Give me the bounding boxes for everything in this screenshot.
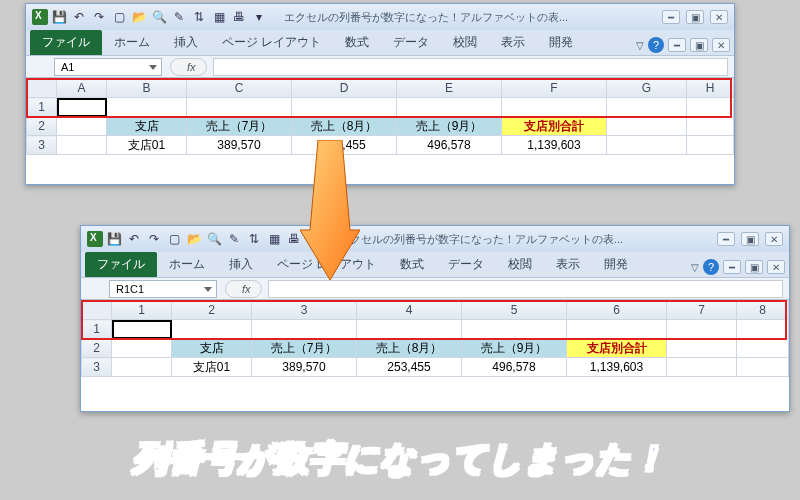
cell[interactable] xyxy=(112,358,172,377)
cell[interactable]: 売上（7月） xyxy=(252,339,357,358)
print-icon[interactable]: 🖶 xyxy=(285,230,303,248)
cell[interactable]: 支店 xyxy=(107,117,187,136)
col-header[interactable]: G xyxy=(607,79,687,98)
fx-label[interactable]: fx xyxy=(225,280,262,298)
workbook-minimize-button[interactable]: ━ xyxy=(723,260,741,274)
minimize-button[interactable]: ━ xyxy=(662,10,680,24)
cell[interactable]: 496,578 xyxy=(462,358,567,377)
cell[interactable] xyxy=(462,320,567,339)
cell[interactable] xyxy=(357,320,462,339)
open-icon[interactable]: 📂 xyxy=(185,230,203,248)
row-header[interactable]: 1 xyxy=(27,98,57,117)
worksheet-grid[interactable]: 1 2 3 4 5 6 7 8 1 2 xyxy=(81,300,789,411)
formula-input[interactable] xyxy=(268,280,783,298)
tab-developer[interactable]: 開発 xyxy=(592,252,640,277)
cell[interactable] xyxy=(107,98,187,117)
cell[interactable] xyxy=(397,98,502,117)
col-header[interactable]: 7 xyxy=(667,301,737,320)
help-icon[interactable]: ? xyxy=(703,259,719,275)
cell[interactable]: 1,139,603 xyxy=(502,136,607,155)
cell[interactable] xyxy=(667,358,737,377)
workbook-restore-button[interactable]: ▣ xyxy=(690,38,708,52)
select-all-corner[interactable] xyxy=(82,301,112,320)
cell[interactable] xyxy=(687,117,734,136)
cell[interactable]: 支店別合計 xyxy=(567,339,667,358)
tab-review[interactable]: 校閲 xyxy=(441,30,489,55)
cell[interactable]: 売上（9月） xyxy=(462,339,567,358)
col-header[interactable]: 3 xyxy=(252,301,357,320)
cell[interactable] xyxy=(172,320,252,339)
col-header[interactable]: 1 xyxy=(112,301,172,320)
cell[interactable]: 支店 xyxy=(172,339,252,358)
cell[interactable] xyxy=(607,98,687,117)
tab-developer[interactable]: 開発 xyxy=(537,30,585,55)
cell[interactable]: 売上（7月） xyxy=(187,117,292,136)
col-header[interactable]: B xyxy=(107,79,187,98)
cell[interactable] xyxy=(567,320,667,339)
cell[interactable]: 売上（8月） xyxy=(357,339,462,358)
tab-insert[interactable]: 挿入 xyxy=(162,30,210,55)
cell[interactable]: 389,570 xyxy=(252,358,357,377)
row-header[interactable]: 1 xyxy=(82,320,112,339)
active-cell[interactable] xyxy=(57,98,107,117)
tab-home[interactable]: ホーム xyxy=(157,252,217,277)
cell[interactable] xyxy=(667,320,737,339)
cell[interactable]: 売上（8月） xyxy=(292,117,397,136)
cell[interactable]: 253,455 xyxy=(357,358,462,377)
tab-insert[interactable]: 挿入 xyxy=(217,252,265,277)
close-button[interactable]: ✕ xyxy=(710,10,728,24)
row-header[interactable]: 2 xyxy=(27,117,57,136)
cell[interactable] xyxy=(667,339,737,358)
col-header[interactable]: H xyxy=(687,79,734,98)
workbook-close-button[interactable]: ✕ xyxy=(767,260,785,274)
close-button[interactable]: ✕ xyxy=(765,232,783,246)
cell[interactable] xyxy=(737,339,789,358)
cell[interactable] xyxy=(737,320,789,339)
active-cell[interactable] xyxy=(112,320,172,339)
tab-formulas[interactable]: 数式 xyxy=(333,30,381,55)
workbook-minimize-button[interactable]: ━ xyxy=(668,38,686,52)
maximize-button[interactable]: ▣ xyxy=(741,232,759,246)
cell[interactable] xyxy=(292,98,397,117)
cell[interactable] xyxy=(687,136,734,155)
cell[interactable] xyxy=(187,98,292,117)
tab-view[interactable]: 表示 xyxy=(489,30,537,55)
col-header[interactable]: 6 xyxy=(567,301,667,320)
formula-input[interactable] xyxy=(213,58,728,76)
cell[interactable]: 1,139,603 xyxy=(567,358,667,377)
maximize-button[interactable]: ▣ xyxy=(686,10,704,24)
brush-icon[interactable]: ✎ xyxy=(225,230,243,248)
cell[interactable] xyxy=(502,98,607,117)
cell[interactable]: 支店01 xyxy=(172,358,252,377)
minimize-button[interactable]: ━ xyxy=(717,232,735,246)
name-box[interactable]: R1C1 xyxy=(109,280,217,298)
col-header[interactable]: 8 xyxy=(737,301,789,320)
workbook-close-button[interactable]: ✕ xyxy=(712,38,730,52)
qat-dropdown-icon[interactable]: ▾ xyxy=(250,8,268,26)
tab-view[interactable]: 表示 xyxy=(544,252,592,277)
name-box[interactable]: A1 xyxy=(54,58,162,76)
new-icon[interactable]: ▢ xyxy=(110,8,128,26)
macro-icon[interactable]: ▦ xyxy=(265,230,283,248)
print-icon[interactable]: 🖶 xyxy=(230,8,248,26)
print-preview-icon[interactable]: 🔍 xyxy=(150,8,168,26)
col-header[interactable]: A xyxy=(57,79,107,98)
cell[interactable] xyxy=(607,117,687,136)
open-icon[interactable]: 📂 xyxy=(130,8,148,26)
redo-icon[interactable]: ↷ xyxy=(145,230,163,248)
cell[interactable]: 支店別合計 xyxy=(502,117,607,136)
new-icon[interactable]: ▢ xyxy=(165,230,183,248)
tab-home[interactable]: ホーム xyxy=(102,30,162,55)
cell[interactable] xyxy=(57,136,107,155)
cell[interactable] xyxy=(57,117,107,136)
sort-icon[interactable]: ⇅ xyxy=(245,230,263,248)
ribbon-chevron-icon[interactable]: ▽ xyxy=(636,40,644,51)
select-all-corner[interactable] xyxy=(27,79,57,98)
sort-icon[interactable]: ⇅ xyxy=(190,8,208,26)
print-preview-icon[interactable]: 🔍 xyxy=(205,230,223,248)
tab-page-layout[interactable]: ページ レイアウト xyxy=(265,252,388,277)
tab-formulas[interactable]: 数式 xyxy=(388,252,436,277)
col-header[interactable]: F xyxy=(502,79,607,98)
col-header[interactable]: C xyxy=(187,79,292,98)
cell[interactable] xyxy=(252,320,357,339)
